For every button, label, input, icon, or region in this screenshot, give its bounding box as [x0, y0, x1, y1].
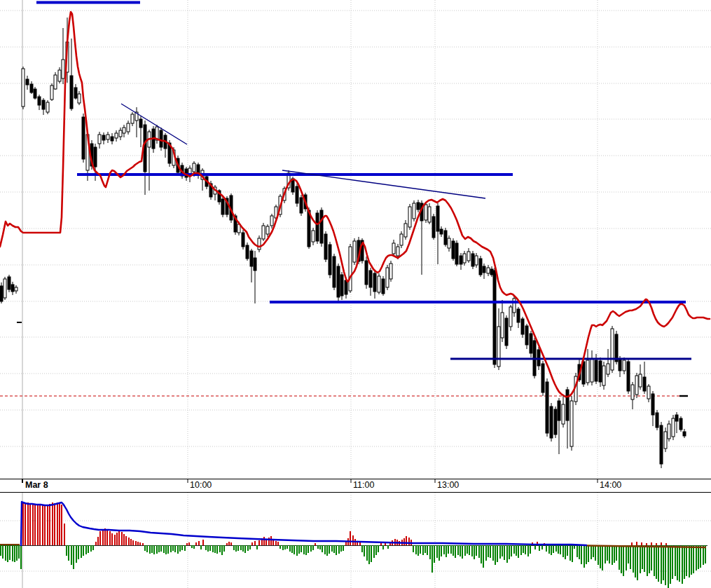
histogram-bar	[118, 531, 120, 545]
candlestick	[312, 231, 315, 242]
candlestick	[635, 376, 638, 395]
histogram-bar	[413, 545, 414, 552]
histogram-bar	[446, 545, 447, 557]
candlestick	[62, 60, 64, 78]
histogram-bar	[481, 545, 482, 563]
candlestick	[428, 207, 431, 222]
histogram-bar	[677, 545, 678, 580]
candlestick	[50, 86, 53, 100]
candlestick	[424, 205, 427, 220]
histogram-bar	[256, 545, 258, 549]
histogram-bar	[251, 542, 253, 545]
histogram-bar	[188, 542, 190, 545]
histogram-bar	[137, 542, 139, 545]
histogram-bar	[488, 545, 489, 557]
candlestick	[54, 75, 57, 89]
histogram-bar	[577, 545, 578, 557]
histogram-bar	[424, 545, 426, 553]
histogram-bar	[636, 542, 637, 545]
histogram-bar	[214, 545, 216, 553]
candlestick	[38, 97, 41, 105]
histogram-bar	[207, 545, 209, 552]
candlestick	[413, 203, 415, 219]
histogram-bar	[581, 545, 582, 564]
histogram-bar	[99, 531, 101, 545]
histogram-bar	[121, 532, 123, 545]
histogram-bar	[663, 545, 664, 580]
histogram-bar	[216, 545, 218, 554]
histogram-bar	[628, 545, 629, 563]
histogram-bar	[511, 545, 512, 556]
histogram-bar	[434, 545, 435, 563]
candlestick	[448, 238, 450, 248]
histogram-bar	[574, 545, 575, 549]
histogram-bar	[600, 545, 601, 568]
histogram-bar	[630, 545, 631, 569]
candlestick	[566, 390, 569, 421]
candlestick	[30, 84, 33, 93]
histogram-bar	[649, 545, 650, 573]
candlestick	[493, 271, 496, 364]
histogram-bar	[37, 504, 39, 545]
histogram-bar	[179, 545, 181, 552]
candlestick	[586, 360, 589, 383]
histogram-bar	[202, 540, 204, 545]
histogram-bar	[656, 545, 657, 579]
histogram-bar	[675, 545, 676, 576]
candlestick	[631, 385, 634, 399]
histogram-bar	[12, 545, 13, 561]
histogram-bar	[139, 542, 141, 545]
histogram-bar	[623, 545, 624, 576]
histogram-bar	[125, 536, 127, 545]
candlestick	[623, 360, 626, 371]
histogram-bar	[191, 545, 193, 548]
candlestick	[254, 258, 256, 271]
histogram-bar	[698, 545, 699, 569]
histogram-bar	[441, 545, 442, 556]
candlestick	[329, 245, 331, 275]
histogram-bar	[52, 502, 53, 545]
histogram-bar	[244, 545, 246, 553]
histogram-bar	[658, 545, 659, 582]
histogram-bar	[135, 541, 137, 545]
candlestick	[8, 277, 11, 289]
histogram-bar	[263, 537, 265, 545]
candlestick	[404, 224, 407, 237]
histogram-bar	[553, 545, 554, 553]
histogram-bar	[633, 545, 634, 573]
candlestick	[160, 130, 163, 147]
histogram-bar	[642, 545, 643, 569]
histogram-bar	[467, 545, 468, 554]
histogram-bar	[485, 545, 487, 561]
histogram-bar	[460, 545, 461, 556]
chart-canvas[interactable]	[0, 0, 711, 588]
candlestick	[221, 199, 224, 214]
candlestick	[42, 100, 45, 109]
histogram-bar	[102, 530, 104, 545]
candlestick	[675, 415, 678, 421]
candlestick	[408, 207, 411, 227]
candlestick	[490, 269, 493, 275]
histogram-bar	[29, 504, 31, 545]
histogram-bar	[641, 542, 642, 545]
histogram-bar	[123, 534, 125, 545]
histogram-bar	[14, 545, 15, 562]
histogram-bar	[429, 545, 431, 559]
histogram-bar	[382, 545, 384, 549]
histogram-bar	[160, 545, 162, 552]
histogram-bar	[158, 545, 160, 552]
histogram-bar	[219, 545, 221, 552]
histogram-bar	[368, 545, 370, 564]
candlestick	[386, 268, 389, 287]
candlestick	[11, 285, 14, 292]
histogram-bar	[73, 545, 74, 569]
candlestick	[106, 135, 109, 139]
candlestick	[627, 362, 630, 391]
candlestick	[193, 163, 195, 172]
candlestick	[324, 234, 327, 259]
candlestick	[333, 257, 336, 287]
histogram-bar	[149, 545, 151, 554]
candlestick	[460, 256, 462, 264]
histogram-bar	[153, 545, 155, 554]
histogram-bar	[499, 545, 501, 559]
